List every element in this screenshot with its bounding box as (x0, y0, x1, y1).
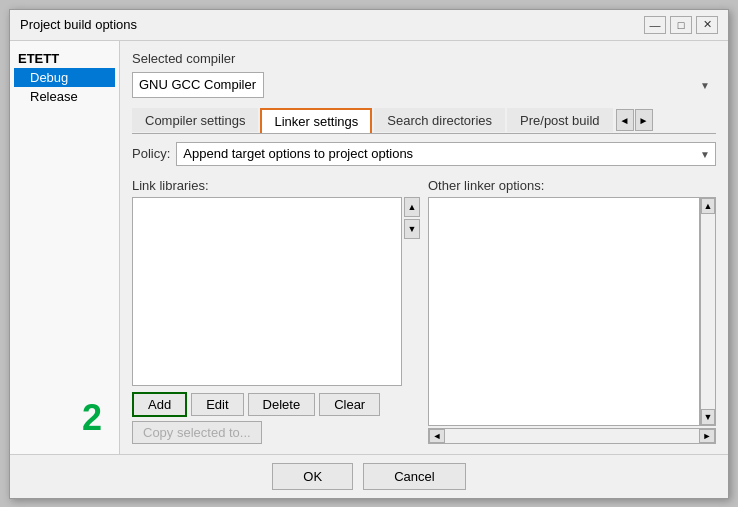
other-linker-h-scroll-track (445, 429, 699, 443)
dialog-footer: OK Cancel (10, 454, 728, 498)
link-libraries-scroll-buttons: ▲ ▼ (404, 197, 420, 386)
title-bar-controls: — □ ✕ (644, 16, 718, 34)
maximize-button[interactable]: □ (670, 16, 692, 34)
main-panel: Selected compiler GNU GCC Compiler Compi… (120, 41, 728, 454)
minimize-button[interactable]: — (644, 16, 666, 34)
tab-prev-button[interactable]: ◄ (616, 109, 634, 131)
sidebar: ETETT Debug Release (10, 41, 120, 454)
policy-label: Policy: (132, 146, 170, 161)
tab-next-button[interactable]: ► (635, 109, 653, 131)
add-button[interactable]: Add (132, 392, 187, 417)
policy-select[interactable]: Append target options to project options (176, 142, 716, 166)
close-button[interactable]: ✕ (696, 16, 718, 34)
link-libraries-scroll-up[interactable]: ▲ (404, 197, 420, 217)
project-build-options-dialog: Project build options — □ ✕ ETETT Debug … (9, 9, 729, 499)
clear-button[interactable]: Clear (319, 393, 380, 416)
compiler-select-row: GNU GCC Compiler (132, 72, 716, 98)
dialog-title: Project build options (20, 17, 137, 32)
other-linker-scroll-up[interactable]: ▲ (701, 198, 715, 214)
tab-linker-settings[interactable]: Linker settings (260, 108, 372, 133)
tab-search-directories[interactable]: Search directories (374, 108, 505, 132)
other-linker-label: Other linker options: (428, 178, 716, 193)
other-linker-panel: Other linker options: ▲ ▼ ◄ ► (428, 178, 716, 444)
cancel-button[interactable]: Cancel (363, 463, 465, 490)
other-linker-scroll-left[interactable]: ◄ (429, 429, 445, 443)
link-libraries-scroll-down[interactable]: ▼ (404, 219, 420, 239)
title-bar: Project build options — □ ✕ (10, 10, 728, 41)
edit-button[interactable]: Edit (191, 393, 243, 416)
other-linker-vertical-scrollbar: ▲ ▼ (700, 197, 716, 426)
tabs-row: Compiler settings Linker settings Search… (132, 108, 716, 134)
policy-select-wrapper: Append target options to project options (176, 142, 716, 166)
other-linker-content: ▲ ▼ (428, 197, 716, 426)
dialog-content: ETETT Debug Release Selected compiler GN… (10, 41, 728, 454)
link-libraries-listbox[interactable] (132, 197, 402, 386)
sidebar-root-item[interactable]: ETETT (14, 49, 115, 68)
link-libraries-buttons-row: Add Edit Delete Clear (132, 392, 420, 417)
ok-button[interactable]: OK (272, 463, 353, 490)
compiler-section-label: Selected compiler (132, 51, 716, 66)
other-linker-scroll-track (701, 214, 715, 409)
other-linker-scroll-right[interactable]: ► (699, 429, 715, 443)
link-libraries-listbox-wrapper: ▲ ▼ (132, 197, 420, 386)
other-linker-listbox[interactable] (428, 197, 700, 426)
compiler-select[interactable]: GNU GCC Compiler (132, 72, 264, 98)
link-libraries-label: Link libraries: (132, 178, 420, 193)
tab-pre-post-build[interactable]: Pre/post build (507, 108, 613, 132)
tab-compiler-settings[interactable]: Compiler settings (132, 108, 258, 132)
copy-selected-button[interactable]: Copy selected to... (132, 421, 262, 444)
compiler-select-wrapper: GNU GCC Compiler (132, 72, 716, 98)
link-libraries-panel: Link libraries: ▲ ▼ 2 Add Edit (132, 178, 420, 444)
sidebar-item-debug[interactable]: Debug (14, 68, 115, 87)
sidebar-item-release[interactable]: Release (14, 87, 115, 106)
two-panels: Link libraries: ▲ ▼ 2 Add Edit (132, 178, 716, 444)
other-linker-scroll-down[interactable]: ▼ (701, 409, 715, 425)
delete-button[interactable]: Delete (248, 393, 316, 416)
other-linker-horizontal-scrollbar: ◄ ► (428, 428, 716, 444)
copy-row: Copy selected to... (132, 421, 420, 444)
policy-row: Policy: Append target options to project… (132, 142, 716, 166)
